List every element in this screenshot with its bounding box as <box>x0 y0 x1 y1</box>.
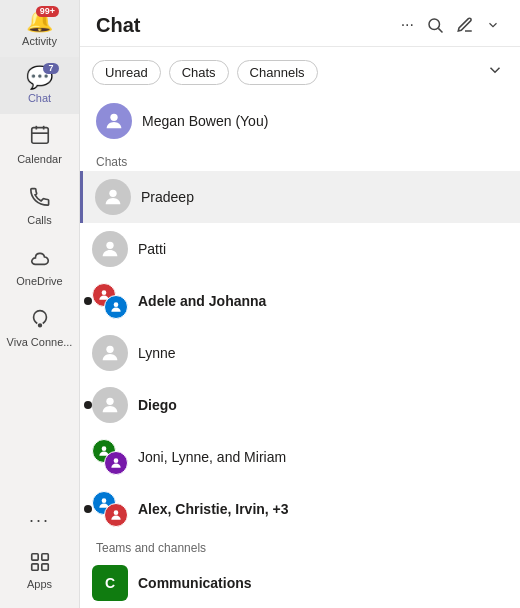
chat-badge: 7 <box>43 63 59 74</box>
compose-button[interactable] <box>452 12 478 38</box>
chat-row-communications[interactable]: C Communications <box>80 557 520 608</box>
svg-rect-0 <box>31 128 48 144</box>
header: Chat ··· <box>80 0 520 47</box>
chevron-down-icon <box>486 18 500 32</box>
adele-johanna-avatar <box>92 283 128 319</box>
adele-johanna-name: Adele and Johanna <box>138 293 266 309</box>
more-icon: ··· <box>29 510 50 531</box>
megan-avatar <box>96 103 132 139</box>
teams-section-label: Teams and channels <box>80 535 520 557</box>
chat-row-diego[interactable]: Diego <box>80 379 520 431</box>
svg-rect-5 <box>31 554 37 560</box>
svg-point-21 <box>114 510 119 515</box>
chat-row-joni-lynne[interactable]: Joni, Lynne, and Miriam <box>80 431 520 483</box>
svg-point-17 <box>106 398 113 405</box>
megan-row[interactable]: Megan Bowen (You) <box>80 93 520 149</box>
chat-row-pradeep[interactable]: Pradeep <box>80 171 520 223</box>
svg-rect-6 <box>41 554 47 560</box>
compose-icon <box>456 16 474 34</box>
diego-avatar <box>92 387 128 423</box>
alex-unread-dot <box>84 505 92 513</box>
lynne-avatar <box>92 335 128 371</box>
patti-name: Patti <box>138 241 166 257</box>
calendar-icon <box>29 124 51 150</box>
filter-channels[interactable]: Channels <box>237 60 318 85</box>
svg-rect-7 <box>31 564 37 570</box>
svg-point-18 <box>102 446 107 451</box>
chat-icon: 💬 7 <box>26 67 53 89</box>
lynne-name: Lynne <box>138 345 176 361</box>
calls-icon <box>29 185 51 211</box>
sidebar-item-viva[interactable]: Viva Conne... <box>0 297 79 358</box>
svg-point-11 <box>110 114 117 121</box>
onedrive-icon <box>29 246 51 272</box>
more-dots-icon: ··· <box>401 16 414 34</box>
chat-list: Megan Bowen (You) Chats Pradeep Patti <box>80 93 520 608</box>
chevron-down-icon <box>486 61 504 79</box>
viva-icon <box>29 307 51 333</box>
filter-expand-button[interactable] <box>482 57 508 87</box>
chat-row-lynne[interactable]: Lynne <box>80 327 520 379</box>
sidebar-label-chat: Chat <box>28 92 51 104</box>
diego-name: Diego <box>138 397 177 413</box>
filter-chats[interactable]: Chats <box>169 60 229 85</box>
sidebar-item-calendar[interactable]: Calendar <box>0 114 79 175</box>
sidebar-label-apps: Apps <box>27 578 52 590</box>
chat-row-adele-johanna[interactable]: Adele and Johanna <box>80 275 520 327</box>
sidebar: 🔔 99+ Activity 💬 7 Chat Calendar <box>0 0 80 608</box>
svg-point-12 <box>109 190 116 197</box>
expand-button[interactable] <box>482 14 504 36</box>
unread-dot <box>84 297 92 305</box>
pradeep-avatar <box>95 179 131 215</box>
alex-christie-name: Alex, Christie, Irvin, +3 <box>138 501 289 517</box>
svg-point-13 <box>106 242 113 249</box>
filter-unread[interactable]: Unread <box>92 60 161 85</box>
chats-section-label: Chats <box>80 149 520 171</box>
page-title: Chat <box>96 14 389 37</box>
sidebar-label-calendar: Calendar <box>17 153 62 165</box>
sidebar-label-activity: Activity <box>22 35 57 47</box>
sidebar-label-calls: Calls <box>27 214 51 226</box>
activity-badge: 99+ <box>36 6 59 17</box>
svg-point-16 <box>106 346 113 353</box>
communications-name: Communications <box>138 575 252 591</box>
pradeep-name: Pradeep <box>141 189 194 205</box>
communications-avatar: C <box>92 565 128 601</box>
search-icon <box>426 16 444 34</box>
sidebar-item-activity[interactable]: 🔔 99+ Activity <box>0 0 79 57</box>
sidebar-label-viva: Viva Conne... <box>7 336 73 348</box>
activity-icon: 🔔 99+ <box>26 10 53 32</box>
apps-icon <box>29 551 51 575</box>
joni-lynne-miriam-name: Joni, Lynne, and Miriam <box>138 449 286 465</box>
more-options-button[interactable]: ··· <box>397 12 418 38</box>
header-actions: ··· <box>397 12 504 38</box>
svg-rect-8 <box>41 564 47 570</box>
svg-point-9 <box>429 19 440 30</box>
search-button[interactable] <box>422 12 448 38</box>
sidebar-item-calls[interactable]: Calls <box>0 175 79 236</box>
sidebar-item-chat[interactable]: 💬 7 Chat <box>0 57 79 114</box>
filter-bar: Unread Chats Channels <box>80 47 520 93</box>
svg-point-19 <box>114 458 119 463</box>
sidebar-label-onedrive: OneDrive <box>16 275 62 287</box>
megan-name: Megan Bowen (You) <box>142 113 268 129</box>
chat-row-patti[interactable]: Patti <box>80 223 520 275</box>
sidebar-more-section: ··· Apps <box>0 500 79 600</box>
patti-avatar <box>92 231 128 267</box>
sidebar-item-apps[interactable]: Apps <box>0 541 79 600</box>
diego-unread-dot <box>84 401 92 409</box>
sidebar-item-more[interactable]: ··· <box>0 500 79 541</box>
svg-point-15 <box>114 302 119 307</box>
svg-point-4 <box>38 324 41 327</box>
alex-christie-avatar <box>92 491 128 527</box>
main-panel: Chat ··· <box>80 0 520 608</box>
svg-line-10 <box>438 28 442 32</box>
chat-row-alex-christie[interactable]: Alex, Christie, Irvin, +3 <box>80 483 520 535</box>
joni-lynne-miriam-avatar <box>92 439 128 475</box>
svg-point-14 <box>102 290 107 295</box>
sidebar-item-onedrive[interactable]: OneDrive <box>0 236 79 297</box>
svg-point-20 <box>102 498 107 503</box>
